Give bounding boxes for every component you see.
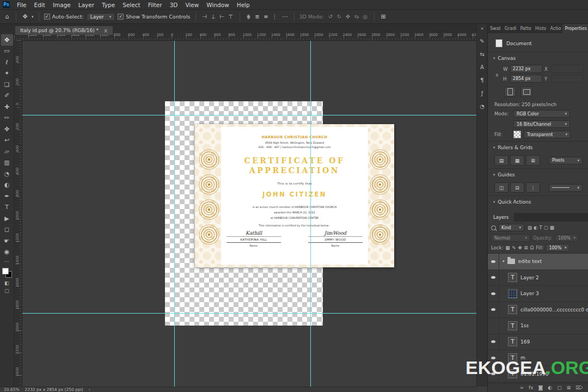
- history-panel-icon[interactable]: ◔: [480, 103, 485, 109]
- chevron-down-icon[interactable]: ▾: [503, 259, 505, 264]
- certificate-artwork[interactable]: HARBOUR CHRISTIAN CHURCH 4569 High Stree…: [195, 124, 394, 267]
- rulers-grids-section-header[interactable]: ▾ Rulers & Grids: [488, 141, 588, 152]
- layers-bottom-icon-4[interactable]: ▢: [557, 385, 562, 390]
- fill-swatch[interactable]: [513, 131, 521, 138]
- workspace-icon[interactable]: ⊞: [379, 13, 387, 20]
- height-field[interactable]: 2854 px: [510, 75, 542, 83]
- kind-dropdown[interactable]: Kind ▾: [498, 224, 524, 231]
- menu-item-edit[interactable]: Edit: [30, 2, 49, 8]
- home-icon[interactable]: ⌂: [3, 13, 11, 20]
- distribute-icon-2[interactable]: ≡: [262, 14, 270, 20]
- layer-row[interactable]: T1ss: [488, 318, 588, 334]
- ruler-left[interactable]: 4002000200400600800100012001400160018002…: [14, 40, 22, 387]
- distribute-icon-1[interactable]: ≣: [254, 14, 261, 20]
- mode3d-icon-4[interactable]: ◎: [362, 14, 369, 20]
- eraser-tool[interactable]: ▱: [1, 146, 13, 157]
- menu-item-layer[interactable]: Layer: [75, 2, 98, 8]
- ruler-grid-button-1[interactable]: ▦: [510, 155, 524, 166]
- align-icon-3[interactable]: ⊤: [227, 14, 235, 20]
- horizontal-guide[interactable]: [22, 115, 476, 115]
- mode3d-icon-3[interactable]: ⇆: [353, 14, 360, 20]
- panel-tab-actio[interactable]: Actio: [548, 24, 562, 33]
- lock-icon-3[interactable]: ⊞: [524, 245, 528, 250]
- ruler-grid-button-0[interactable]: ▤: [494, 155, 509, 166]
- collapse-panels-icon[interactable]: «: [481, 26, 484, 31]
- close-icon[interactable]: ×: [103, 28, 108, 34]
- layers-bottom-icon-5[interactable]: ⊞: [567, 385, 571, 390]
- foreground-color-swatch[interactable]: [2, 268, 9, 274]
- layers-bottom-icon-6[interactable]: ⌦: [575, 385, 583, 390]
- canvas[interactable]: HARBOUR CHRISTIAN CHURCH 4569 High Stree…: [22, 40, 476, 387]
- guides-section-header[interactable]: ▾ Guides: [488, 168, 588, 180]
- quick-mask-icon[interactable]: ◧: [1, 279, 13, 287]
- guide-button-2[interactable]: ⋮: [526, 182, 540, 193]
- layer-row[interactable]: ▾edite text: [488, 254, 588, 270]
- align-icon-2[interactable]: ⊢: [218, 14, 226, 20]
- hand-tool[interactable]: ☛: [1, 235, 13, 247]
- color-mode-dropdown[interactable]: RGB Color ▾: [513, 110, 570, 118]
- lock-icon-1[interactable]: ✎: [512, 245, 516, 250]
- width-field[interactable]: 2232 px: [510, 65, 542, 73]
- shape-tool[interactable]: ◻: [1, 224, 13, 236]
- zoom-tool[interactable]: ◉: [1, 247, 13, 258]
- menu-item-help[interactable]: Help: [233, 2, 254, 8]
- dodge-tool[interactable]: ◐: [1, 180, 13, 191]
- path-selection-tool[interactable]: ▶: [1, 213, 13, 224]
- quick-selection-tool[interactable]: ✦: [1, 68, 13, 79]
- layer-row[interactable]: Tcilla0000000...ccccccccc0 d: [488, 302, 588, 318]
- type-tool[interactable]: T: [1, 202, 13, 213]
- brush-tool[interactable]: ✏: [1, 113, 13, 124]
- x-field[interactable]: [552, 65, 584, 73]
- landscape-orientation-button[interactable]: [520, 87, 532, 97]
- healing-brush-tool[interactable]: ✚: [1, 101, 13, 113]
- kind-filter-icon-0[interactable]: ▨: [528, 225, 532, 230]
- opacity-dropdown[interactable]: 100% ▾: [555, 234, 579, 242]
- screen-mode-icon[interactable]: ▢: [1, 287, 13, 295]
- lasso-tool[interactable]: ℓ: [1, 57, 13, 68]
- portrait-orientation-button[interactable]: [504, 87, 516, 97]
- guide-style-dropdown[interactable]: ▾: [549, 184, 583, 192]
- zoom-level[interactable]: 20.65%: [4, 387, 20, 392]
- kind-filter-icon-1[interactable]: ◐: [534, 225, 537, 230]
- link-dimensions-icon[interactable]: ∞: [494, 73, 500, 77]
- layers-fill-dropdown[interactable]: 100% ▾: [546, 244, 569, 252]
- menu-item-view[interactable]: View: [181, 2, 203, 8]
- tool-preset-icon[interactable]: ✥: [21, 13, 29, 20]
- quick-actions-section-header[interactable]: ▾ Quick Actions: [488, 195, 588, 207]
- panel-tab-patte[interactable]: Patte: [518, 24, 533, 33]
- character-panel-icon[interactable]: A: [480, 64, 484, 70]
- kind-filter-icon-3[interactable]: ▢: [544, 225, 548, 230]
- show-transform-checkbox[interactable]: ✓: [118, 14, 124, 20]
- menu-item-select[interactable]: Select: [119, 2, 144, 8]
- kind-filter-icon-4[interactable]: ▦: [550, 225, 554, 230]
- visibility-toggle[interactable]: [488, 270, 499, 286]
- layers-bottom-icon-0[interactable]: ∞: [520, 385, 524, 390]
- auto-select-checkbox[interactable]: ✓: [44, 14, 50, 20]
- panel-tab-gradi[interactable]: Gradi: [503, 24, 518, 33]
- fill-dropdown[interactable]: Transparent ▾: [524, 131, 571, 138]
- visibility-toggle[interactable]: [488, 302, 499, 318]
- panel-tab-swat[interactable]: Swat: [488, 24, 503, 33]
- auto-select-target-dropdown[interactable]: Layer ▾: [87, 13, 115, 21]
- guide-button-1[interactable]: ⊟: [510, 182, 524, 193]
- visibility-toggle[interactable]: [488, 254, 499, 270]
- visibility-toggle[interactable]: [488, 318, 499, 334]
- mode3d-icon-2[interactable]: ✥: [344, 14, 352, 20]
- mode3d-icon-1[interactable]: ↻: [335, 14, 343, 20]
- layer-row[interactable]: TLayer 2: [488, 270, 588, 286]
- layers-bottom-icon-1[interactable]: fx: [529, 385, 534, 390]
- canvas-section-header[interactable]: ▾ Canvas: [488, 52, 588, 63]
- menu-item-window[interactable]: Window: [203, 2, 232, 8]
- paragraph-panel-icon[interactable]: ¶: [480, 77, 483, 83]
- visibility-toggle[interactable]: [488, 334, 499, 350]
- ruler-grid-button-2[interactable]: ⊞: [526, 155, 540, 166]
- bit-depth-dropdown[interactable]: 16 Bits/Channel ▾: [513, 120, 570, 128]
- horizontal-guide[interactable]: [22, 313, 476, 314]
- panel-tab-properties[interactable]: Properties: [562, 24, 588, 33]
- units-dropdown[interactable]: Pixels ▾: [549, 157, 583, 164]
- crop-tool[interactable]: ❏: [1, 79, 13, 90]
- edit-toolbar-icon[interactable]: ⋯: [1, 258, 13, 265]
- more-options-icon[interactable]: ⋯: [281, 13, 289, 20]
- blend-mode-dropdown[interactable]: Normal ▾: [491, 234, 530, 242]
- vertical-guide[interactable]: [310, 40, 311, 387]
